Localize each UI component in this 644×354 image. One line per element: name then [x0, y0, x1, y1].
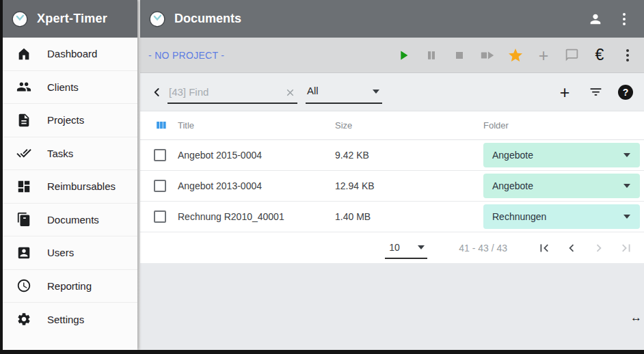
current-project-label[interactable]: - NO PROJECT -	[148, 50, 224, 61]
resize-cursor-icon: ↔	[630, 311, 642, 325]
sidebar-item-reporting[interactable]: Reporting	[3, 270, 137, 303]
previous-page-button[interactable]	[563, 240, 580, 256]
column-header-title[interactable]: Title	[178, 120, 335, 131]
sidebar-item-label: Projects	[47, 114, 84, 126]
chevron-down-icon	[623, 153, 630, 157]
appbar-overflow-menu-button[interactable]	[614, 9, 634, 29]
appbar: Documents	[140, 0, 644, 38]
help-button[interactable]: ?	[618, 85, 633, 100]
start-timer-button[interactable]	[395, 47, 412, 64]
search-input[interactable]	[167, 86, 277, 103]
sidebar-item-label: Dashboard	[47, 48, 97, 59]
project-toolbar: - NO PROJECT - + €	[140, 38, 644, 73]
add-button[interactable]: +	[535, 47, 552, 64]
pagination-nav	[536, 240, 634, 256]
plus-icon: +	[539, 49, 549, 62]
add-document-button[interactable]: +	[556, 84, 573, 100]
back-button[interactable]	[150, 85, 165, 100]
pause-timer-button[interactable]	[423, 47, 440, 64]
document-size: 9.42 KB	[335, 150, 483, 161]
more-vert-icon	[626, 49, 629, 62]
stop-go-icon	[480, 48, 495, 63]
stop-timer-button[interactable]	[451, 47, 468, 64]
row-checkbox[interactable]	[154, 149, 166, 161]
filter-type-value: All	[307, 85, 319, 98]
chevron-down-icon	[623, 215, 630, 219]
chevron-right-icon	[591, 241, 606, 256]
sidebar-item-dashboard[interactable]: Dashboard	[3, 38, 137, 71]
sidebar-item-projects[interactable]: Projects	[3, 104, 137, 137]
sidebar-item-clients[interactable]: Clients	[3, 71, 137, 105]
main-content: Documents - NO PROJECT - + €	[140, 0, 644, 350]
document-size: 12.94 KB	[335, 180, 483, 191]
document-size: 1.40 MB	[335, 211, 483, 222]
folder-select[interactable]: Angebote	[483, 143, 640, 167]
sidebar-item-users[interactable]: Users	[3, 236, 137, 270]
app-title: Xpert-Timer	[37, 12, 107, 26]
sidebar-item-label: Settings	[47, 314, 84, 325]
document-title: Angebot 2013-0004	[178, 180, 335, 191]
sidebar-item-label: Tasks	[47, 148, 73, 159]
sidebar-item-label: Reimbursables	[47, 180, 116, 192]
sidebar-item-tasks[interactable]: Tasks	[3, 137, 137, 171]
plus-icon: +	[560, 85, 570, 99]
sidebar-header: Xpert-Timer	[3, 0, 137, 38]
play-icon	[396, 48, 411, 63]
toolbar-overflow-menu-button[interactable]	[619, 47, 636, 64]
table-row[interactable]: Rechnung R2010_40001 1.40 MB Rechnungen	[140, 202, 644, 232]
account-button[interactable]	[585, 9, 606, 29]
sidebar-item-label: Documents	[47, 214, 99, 226]
column-header-size[interactable]: Size	[335, 120, 483, 131]
help-icon: ?	[623, 87, 629, 98]
folder-select[interactable]: Rechnungen	[483, 204, 640, 229]
first-page-button[interactable]	[536, 240, 552, 256]
row-checkbox[interactable]	[154, 210, 166, 223]
row-checkbox[interactable]	[154, 180, 166, 192]
table-row[interactable]: Angebot 2015-0004 9.42 KB Angebote	[140, 140, 644, 171]
next-page-button	[591, 240, 607, 256]
last-page-button	[618, 240, 634, 256]
clock-icon	[16, 278, 31, 293]
dashboard-icon	[16, 179, 31, 194]
documents-table: Title Size Folder Angebot 2015-0004 9.42…	[140, 111, 644, 263]
favorite-button[interactable]	[507, 47, 524, 64]
sidebar-item-settings[interactable]: Settings	[3, 303, 137, 336]
chevron-down-icon	[623, 184, 630, 188]
sidebar-nav: Dashboard Clients Projects Tasks Reimbur…	[3, 38, 137, 336]
window-left-edge	[0, 0, 3, 354]
billing-button[interactable]: €	[591, 47, 608, 64]
stop-and-go-button[interactable]	[479, 47, 496, 64]
sidebar-item-label: Clients	[47, 81, 79, 93]
star-icon	[507, 47, 524, 64]
filter-type-select[interactable]: All	[306, 81, 382, 104]
sidebar-item-documents[interactable]: Documents	[3, 204, 137, 237]
sidebar: Xpert-Timer Dashboard Clients Projects T…	[0, 0, 137, 350]
pagination-bar: 10 41 - 43 / 43	[140, 232, 644, 263]
comment-button[interactable]	[563, 47, 580, 64]
first-page-icon	[537, 241, 552, 256]
page-size-select[interactable]: 10	[385, 237, 427, 259]
view-columns-button[interactable]	[154, 119, 168, 132]
table-row[interactable]: Angebot 2013-0004 12.94 KB Angebote	[140, 171, 644, 202]
table-header-row: Title Size Folder	[140, 111, 644, 140]
column-header-folder[interactable]: Folder	[483, 120, 640, 131]
search-filter-bar: All + ?	[140, 73, 644, 111]
window-bottom-edge	[0, 350, 644, 354]
pause-icon	[425, 49, 438, 62]
sidebar-item-reimbursables[interactable]: Reimbursables	[3, 170, 137, 204]
pagination-range-label: 41 - 43 / 43	[459, 243, 507, 254]
app-logo-clock-icon	[11, 10, 29, 28]
page-clock-icon	[148, 10, 166, 28]
last-page-icon	[619, 241, 634, 256]
gear-icon	[16, 312, 31, 327]
chevron-down-icon	[373, 90, 379, 94]
search-actions: + ?	[556, 84, 633, 100]
clear-search-button[interactable]	[284, 87, 296, 98]
account-box-icon	[16, 245, 31, 260]
people-icon	[16, 79, 31, 94]
filter-button[interactable]	[587, 84, 604, 100]
empty-content-area	[140, 263, 644, 350]
more-vert-icon	[623, 13, 626, 25]
folder-select[interactable]: Angebote	[483, 174, 640, 198]
folder-value: Angebote	[492, 150, 533, 161]
